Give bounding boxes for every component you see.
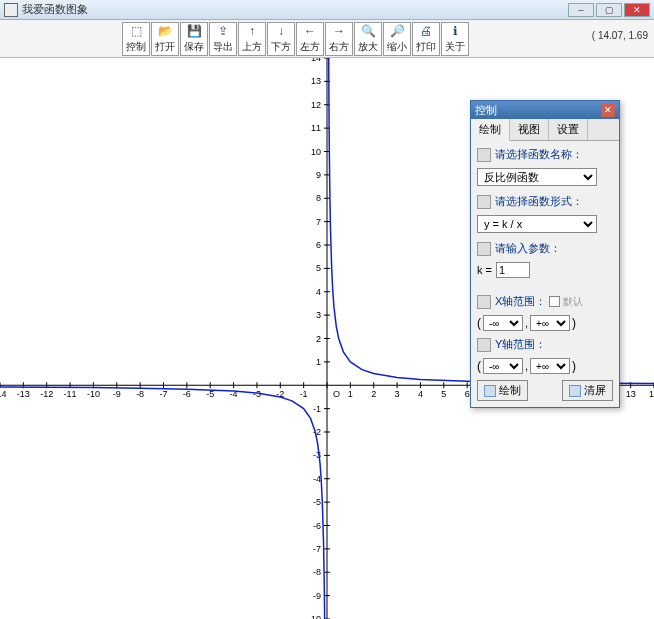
toolbar-btn-9[interactable]: 🔎 缩小 xyxy=(383,22,411,56)
svg-text:4: 4 xyxy=(316,287,321,297)
svg-text:9: 9 xyxy=(316,170,321,180)
toolbar-btn-2[interactable]: 💾 保存 xyxy=(180,22,208,56)
svg-text:-10: -10 xyxy=(87,389,100,399)
svg-text:-1: -1 xyxy=(313,404,321,414)
func-name-label: 请选择函数名称： xyxy=(495,147,583,162)
toolbar-icon-5: ↓ xyxy=(273,23,289,39)
toolbar-icon-10: 🖨 xyxy=(418,23,434,39)
draw-icon xyxy=(484,385,496,397)
draw-button[interactable]: 绘制 xyxy=(477,380,528,401)
svg-text:10: 10 xyxy=(311,147,321,157)
svg-text:7: 7 xyxy=(316,217,321,227)
svg-text:6: 6 xyxy=(316,240,321,250)
book-icon xyxy=(477,148,491,162)
func-form-label: 请选择函数形式： xyxy=(495,194,583,209)
params-icon xyxy=(477,242,491,256)
panel-titlebar[interactable]: 控制 ✕ xyxy=(471,101,619,119)
toolbar-btn-1[interactable]: 📂 打开 xyxy=(151,22,179,56)
param-k-label: k = xyxy=(477,264,492,276)
svg-text:13: 13 xyxy=(311,76,321,86)
svg-text:-5: -5 xyxy=(313,497,321,507)
minimize-button[interactable]: – xyxy=(568,3,594,17)
toolbar-icon-1: 📂 xyxy=(157,23,173,39)
params-label: 请输入参数： xyxy=(495,241,561,256)
tab-settings[interactable]: 设置 xyxy=(549,119,588,140)
toolbar-icon-4: ↑ xyxy=(244,23,260,39)
tab-view[interactable]: 视图 xyxy=(510,119,549,140)
toolbar-icon-11: ℹ xyxy=(447,23,463,39)
svg-text:8: 8 xyxy=(316,193,321,203)
svg-text:6: 6 xyxy=(465,389,470,399)
svg-text:3: 3 xyxy=(316,310,321,320)
panel-close-button[interactable]: ✕ xyxy=(601,103,615,117)
toolbar-btn-4[interactable]: ↑ 上方 xyxy=(238,22,266,56)
y-range-label: Y轴范围： xyxy=(495,337,546,352)
tab-draw[interactable]: 绘制 xyxy=(471,119,510,141)
svg-text:-4: -4 xyxy=(313,474,321,484)
toolbar-icon-0: ⬚ xyxy=(128,23,144,39)
func-name-select[interactable]: 反比例函数 xyxy=(477,168,597,186)
toolbar-btn-7[interactable]: → 右方 xyxy=(325,22,353,56)
clear-button[interactable]: 清屏 xyxy=(562,380,613,401)
svg-text:-6: -6 xyxy=(313,521,321,531)
maximize-button[interactable]: ▢ xyxy=(596,3,622,17)
panel-title-text: 控制 xyxy=(475,103,497,118)
toolbar-icon-9: 🔎 xyxy=(389,23,405,39)
svg-text:2: 2 xyxy=(316,334,321,344)
svg-text:5: 5 xyxy=(441,389,446,399)
toolbar-btn-5[interactable]: ↓ 下方 xyxy=(267,22,295,56)
toolbar-icon-6: ← xyxy=(302,23,318,39)
svg-text:O: O xyxy=(333,389,340,399)
svg-text:-13: -13 xyxy=(17,389,30,399)
toolbar-btn-8[interactable]: 🔍 放大 xyxy=(354,22,382,56)
svg-text:-1: -1 xyxy=(300,389,308,399)
x-default-label: 默认 xyxy=(563,295,583,309)
svg-text:4: 4 xyxy=(418,389,423,399)
svg-text:-10: -10 xyxy=(308,614,321,619)
toolbar-btn-10[interactable]: 🖨 打印 xyxy=(412,22,440,56)
svg-text:-8: -8 xyxy=(313,567,321,577)
svg-text:5: 5 xyxy=(316,263,321,273)
svg-text:-12: -12 xyxy=(40,389,53,399)
tree-icon xyxy=(477,195,491,209)
xrange-icon xyxy=(477,295,491,309)
yrange-icon xyxy=(477,338,491,352)
coord-readout: ( 14.07, 1.69 xyxy=(592,30,648,41)
toolbar-btn-0[interactable]: ⬚ 控制 xyxy=(122,22,150,56)
svg-text:-6: -6 xyxy=(183,389,191,399)
svg-text:-11: -11 xyxy=(64,389,77,399)
func-form-select[interactable]: y = k / x xyxy=(477,215,597,233)
x-max-select[interactable]: +∞ xyxy=(530,315,570,331)
svg-text:14: 14 xyxy=(311,58,321,63)
svg-text:12: 12 xyxy=(311,100,321,110)
toolbar-btn-3[interactable]: ⇪ 导出 xyxy=(209,22,237,56)
svg-text:-8: -8 xyxy=(136,389,144,399)
window-title: 我爱函数图象 xyxy=(22,2,88,17)
svg-text:-9: -9 xyxy=(113,389,121,399)
close-button[interactable]: ✕ xyxy=(624,3,650,17)
svg-text:-14: -14 xyxy=(0,389,7,399)
x-range-label: X轴范围： xyxy=(495,294,546,309)
toolbar: ⬚ 控制 📂 打开 💾 保存 ⇪ 导出 ↑ 上方 ↓ 下方 ← 左方 → 右方 … xyxy=(0,20,654,58)
x-default-checkbox[interactable] xyxy=(549,296,560,307)
app-icon xyxy=(4,3,18,17)
y-max-select[interactable]: +∞ xyxy=(530,358,570,374)
toolbar-btn-6[interactable]: ← 左方 xyxy=(296,22,324,56)
svg-text:-3: -3 xyxy=(253,389,261,399)
titlebar: 我爱函数图象 – ▢ ✕ xyxy=(0,0,654,20)
control-panel: 控制 ✕ 绘制 视图 设置 请选择函数名称： 反比例函数 请选择函数形式： y … xyxy=(470,100,620,408)
toolbar-btn-11[interactable]: ℹ 关于 xyxy=(441,22,469,56)
toolbar-icon-2: 💾 xyxy=(186,23,202,39)
param-k-input[interactable] xyxy=(496,262,530,278)
svg-text:3: 3 xyxy=(395,389,400,399)
svg-text:-7: -7 xyxy=(159,389,167,399)
svg-text:1: 1 xyxy=(316,357,321,367)
toolbar-icon-8: 🔍 xyxy=(360,23,376,39)
svg-text:1: 1 xyxy=(348,389,353,399)
svg-text:14: 14 xyxy=(649,389,654,399)
svg-text:2: 2 xyxy=(371,389,376,399)
svg-text:11: 11 xyxy=(311,123,321,133)
svg-text:-9: -9 xyxy=(313,591,321,601)
y-min-select[interactable]: -∞ xyxy=(483,358,523,374)
x-min-select[interactable]: -∞ xyxy=(483,315,523,331)
